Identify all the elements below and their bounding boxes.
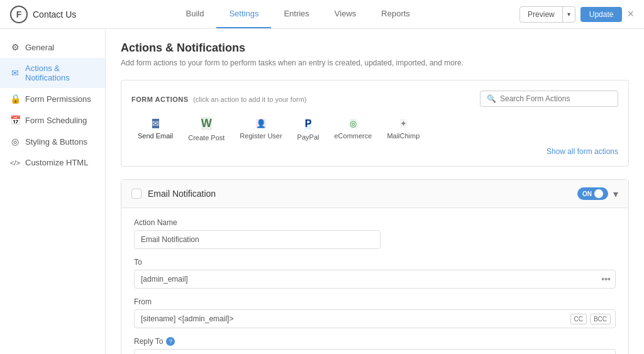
app-logo: F [10,6,28,23]
to-input[interactable] [134,270,616,289]
notification-header: Email Notification ON ▾ [121,180,628,208]
top-nav: Build Settings Entries Views Reports [173,0,422,28]
register-user-label: Register User [240,132,282,140]
sidebar-label-scheduling: Form Scheduling [25,116,87,125]
notification-title: Email Notification [148,189,216,199]
notification-form-fields: Action Name To ••• From [121,208,628,354]
show-all-form-actions-link[interactable]: Show all form actions [547,147,618,156]
reply-to-label-wrap: Reply To ? [134,337,616,346]
notification-header-left: Email Notification [131,189,216,199]
sidebar-item-form-permissions[interactable]: 🔒 Form Permissions [0,88,105,109]
sidebar-item-actions-notifications[interactable]: ✉ Actions & Notifications [0,58,105,88]
reply-to-input[interactable] [134,349,616,354]
sidebar-item-styling-buttons[interactable]: ◎ Styling & Buttons [0,131,105,152]
page-subtitle: Add form actions to your form to perform… [121,58,629,67]
envelope-icon: ✉ [10,68,20,78]
sidebar-label-general: General [25,43,54,52]
main-content: Actions & Notifications Add form actions… [106,29,644,354]
create-post-icon: W [201,117,212,130]
send-email-label: Send Email [138,132,173,140]
app-title: Contact Us [33,9,76,19]
action-register-user[interactable]: 👤 Register User [240,119,282,140]
email-notification-section: Email Notification ON ▾ Action Name [121,179,629,354]
show-all-link: Show all form actions [131,147,618,156]
tab-build[interactable]: Build [173,0,216,28]
form-actions-label: FORM ACTIONS (click an action to add it … [131,94,307,104]
tab-reports[interactable]: Reports [369,0,423,28]
cc-button[interactable]: CC [570,314,587,324]
action-send-email[interactable]: ✉ Send Email [138,119,173,140]
sidebar-label-html: Customize HTML [25,158,88,167]
preview-button-group: Preview ▾ [519,6,575,23]
tab-settings[interactable]: Settings [216,0,271,28]
actions-header: FORM ACTIONS (click an action to add it … [131,91,618,107]
action-name-label: Action Name [134,218,616,227]
code-icon: </> [10,159,20,167]
page-title: Actions & Notifications [121,41,629,55]
top-bar: F Contact Us Build Settings Entries View… [0,0,644,29]
action-paypal[interactable]: P PayPal [297,118,319,141]
send-email-icon: ✉ [152,119,159,128]
tab-views[interactable]: Views [322,0,369,28]
close-button[interactable]: × [627,8,634,21]
form-actions-box: FORM ACTIONS (click an action to add it … [121,80,629,167]
sidebar-label-actions: Actions & Notifications [25,64,95,82]
reply-to-input-wrap: ••• [134,349,616,354]
create-post-label: Create Post [188,134,225,141]
sidebar-label-styling: Styling & Buttons [25,137,87,147]
reply-to-help-icon[interactable]: ? [166,337,175,346]
sidebar-label-permissions: Form Permissions [25,94,91,104]
main-layout: ⚙ General ✉ Actions & Notifications 🔒 Fo… [0,29,644,354]
search-icon: 🔍 [487,94,496,103]
toggle-circle [594,189,603,198]
bcc-button[interactable]: BCC [590,314,611,324]
to-label: To [134,258,616,267]
sidebar-item-general[interactable]: ⚙ General [0,36,105,58]
search-actions-input[interactable] [500,94,611,103]
top-bar-right: Preview ▾ Update × [519,6,634,23]
mailchimp-label: MailChimp [387,132,419,140]
action-name-input-wrap [134,230,616,249]
search-actions-wrapper: 🔍 [480,91,618,107]
from-label: From [134,297,616,306]
from-row: From CC BCC [134,297,616,328]
ecommerce-icon: ◎ [350,119,357,128]
preview-dropdown-arrow[interactable]: ▾ [563,8,575,21]
top-bar-left: F Contact Us [10,6,76,23]
action-mailchimp[interactable]: ✦ MailChimp [387,119,419,140]
sidebar-item-customize-html[interactable]: </> Customize HTML [0,152,105,173]
notification-collapse-button[interactable]: ▾ [613,188,618,200]
action-name-input[interactable] [134,230,380,249]
reply-to-row: Reply To ? ••• [134,337,616,354]
ecommerce-label: eCommerce [334,132,372,140]
action-icons-list: ✉ Send Email W Create Post 👤 Register Us… [131,117,618,141]
action-create-post[interactable]: W Create Post [188,117,225,141]
gear-icon: ⚙ [10,42,20,52]
action-ecommerce[interactable]: ◎ eCommerce [334,119,372,140]
reply-to-label-text: Reply To [134,337,163,346]
lock-icon: 🔒 [10,94,20,104]
action-name-row: Action Name [134,218,616,249]
paypal-icon: P [305,118,312,130]
mailchimp-icon: ✦ [400,119,407,128]
paypal-label: PayPal [297,133,319,141]
notification-header-right: ON ▾ [577,187,618,200]
register-user-icon: 👤 [256,119,266,128]
update-button[interactable]: Update [580,7,623,22]
sidebar-item-form-scheduling[interactable]: 📅 Form Scheduling [0,109,105,131]
to-dots-button[interactable]: ••• [601,274,611,284]
preview-button[interactable]: Preview [520,7,563,22]
toggle-label: ON [582,191,592,197]
tab-entries[interactable]: Entries [271,0,321,28]
from-input-wrap: CC BCC [134,309,616,328]
notification-checkbox[interactable] [131,189,142,199]
to-row: To ••• [134,258,616,289]
style-icon: ◎ [10,136,20,147]
calendar-icon: 📅 [10,115,20,125]
from-input[interactable] [134,309,616,328]
notification-toggle[interactable]: ON [577,187,608,200]
sidebar: ⚙ General ✉ Actions & Notifications 🔒 Fo… [0,29,106,354]
to-input-wrap: ••• [134,270,616,289]
